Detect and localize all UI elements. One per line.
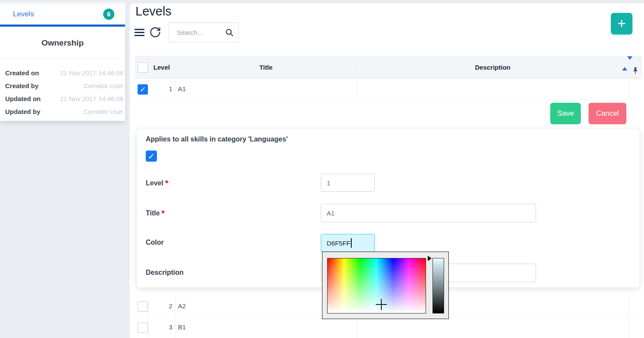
save-button[interactable]: Save <box>550 103 581 124</box>
levels-count-badge: 6 <box>103 9 114 20</box>
required-asterisk: ★ <box>164 178 169 185</box>
ownership-row: Created on 21 Nov 2017 14:46:06 <box>5 66 123 79</box>
applies-category-label: Applies to all skills in category 'Langu… <box>146 135 288 143</box>
pin-icon[interactable] <box>632 66 639 75</box>
created-by-label: Created by <box>5 82 39 89</box>
select-all-checkbox[interactable] <box>138 62 148 73</box>
color-picker-brightness-slider[interactable] <box>432 258 444 313</box>
color-picker-saturation-area[interactable] <box>327 258 426 313</box>
slider-arrow-icon <box>428 256 432 261</box>
ownership-row: Updated by Comidor User <box>5 105 123 118</box>
search-box <box>169 22 239 42</box>
sidebar-tab-levels[interactable]: Levels <box>13 3 34 25</box>
row-checkbox[interactable] <box>138 301 148 312</box>
cell-title: B1 <box>175 317 356 338</box>
color-picker-popup <box>322 252 449 319</box>
select-all-cell <box>135 56 148 78</box>
created-on-label: Created on <box>5 69 39 77</box>
updated-by-label: Updated by <box>5 108 40 115</box>
edit-form-card: Applies to all skills in category 'Langu… <box>137 129 640 288</box>
refresh-icon[interactable] <box>149 26 161 38</box>
ownership-row: Created by Comidor User <box>5 79 123 92</box>
text-caret <box>351 238 352 248</box>
plus-icon: + <box>611 14 632 34</box>
created-by-value: Comidor User <box>83 82 123 89</box>
sort-icon[interactable] <box>622 60 628 68</box>
title-field-label: Title★ <box>146 209 166 217</box>
cell-level: 2 <box>148 296 175 316</box>
row-checkbox[interactable] <box>138 323 148 333</box>
main-panel: Levels + Level Title Description <box>130 3 644 338</box>
color-field-label: Color <box>146 239 164 246</box>
inline-editor: Save Cancel Applies to all skills in cat… <box>130 100 644 296</box>
page-title: Levels <box>135 4 172 18</box>
search-icon[interactable] <box>225 28 234 37</box>
ownership-title: Ownership <box>0 27 125 48</box>
required-asterisk: ★ <box>161 209 166 215</box>
header-description[interactable]: Description <box>357 56 629 78</box>
cancel-button[interactable]: Cancel <box>589 103 626 124</box>
updated-on-label: Updated on <box>5 95 41 102</box>
applies-category-checkbox[interactable] <box>146 151 157 162</box>
sidebar: Levels 6 Ownership Created on 21 Nov 201… <box>0 0 125 338</box>
cell-level: 1 <box>148 79 175 99</box>
created-on-value: 21 Nov 2017 14:46:06 <box>60 69 123 77</box>
header-pin <box>629 56 642 78</box>
crosshair-icon[interactable] <box>376 299 387 310</box>
color-field[interactable]: D6F5FF <box>321 234 375 252</box>
level-field-label: Level★ <box>146 178 169 187</box>
sidebar-top-strip <box>0 0 125 3</box>
row-checkbox[interactable] <box>138 84 148 95</box>
add-level-button[interactable]: + <box>611 13 632 34</box>
title-field[interactable] <box>321 204 536 222</box>
updated-by-value: Comidor User <box>83 108 123 115</box>
ownership-panel: Ownership Created on 21 Nov 2017 14:46:0… <box>0 27 125 121</box>
sidebar-tab-bar: Levels 6 <box>0 3 125 25</box>
header-level[interactable]: Level <box>148 56 175 78</box>
level-field[interactable] <box>321 174 375 192</box>
table-row-b1[interactable]: 3 B1 <box>135 317 642 338</box>
cell-title: A1 <box>175 79 356 99</box>
updated-on-value: 21 Nov 2017 14:46:06 <box>60 95 123 102</box>
ownership-row: Updated on 21 Nov 2017 14:46:06 <box>5 92 123 105</box>
table-header: Level Title Description <box>135 56 642 79</box>
header-title[interactable]: Title <box>175 56 357 78</box>
table-row-a1[interactable]: 1 A1 <box>135 79 642 100</box>
menu-icon[interactable] <box>135 29 144 37</box>
description-field-label: Description <box>146 269 184 277</box>
search-input[interactable] <box>169 23 225 42</box>
cell-level: 3 <box>148 317 175 338</box>
